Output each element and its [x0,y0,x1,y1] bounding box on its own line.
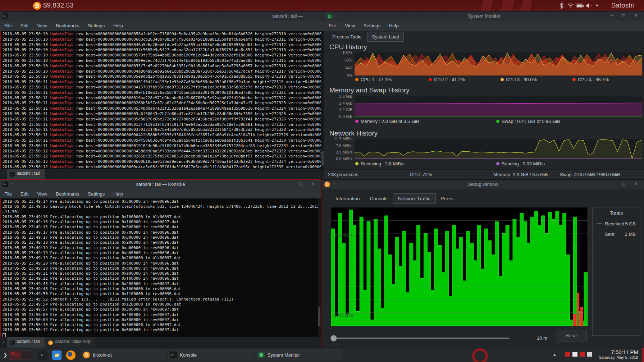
sysmon-titlebar[interactable]: ▤ ∷ System Monitor – ◻ ✕ [324,12,644,21]
sysmon-tab-process-table[interactable]: Process Table [328,32,366,41]
wallpaper-circle [472,348,488,362]
menu-item-settings[interactable]: Settings [83,189,109,197]
menu-item-file[interactable]: File [0,189,16,197]
debug-tab-console[interactable]: Console [365,194,393,203]
log-line: 2018-05-05 23:50:00 Pre-allocating up to… [3,312,321,317]
sysmon-statusbar: 208 processesCPU: 72%Memory: 2.3 GiB / 3… [324,169,644,180]
panel-expand-icon[interactable]: ❯ [1,350,10,360]
panel-edge-strip [642,348,644,362]
konsole2-terminal-output[interactable]: 2018-05-05 23:49:14 Pre-allocating up to… [0,198,321,338]
status-item: Swap: 418.0 MiB / 980.0 MiB [560,172,620,177]
konsole2-scrollbar[interactable] [318,198,321,337]
tray-display-icon[interactable] [565,352,570,357]
log-line: 2018-05-05 23:49:17 Pre-allocating up to… [3,235,321,240]
log-line: 2018-05-05 23:50:11 UpdateTip: new best=… [3,111,324,117]
tray-display-icon[interactable] [587,352,592,357]
log-line: 2018-05-05 23:50:11 UpdateTip: new best=… [3,117,324,122]
log-line: 2018-05-05 23:49:15 Leaving block file 9… [3,204,321,209]
pager-thumb [11,352,15,355]
debug-tab-peers[interactable]: Peers [436,194,458,203]
debug-tab-network-traffic[interactable]: Network Traffic [393,193,436,204]
sent-value: 2 MB [625,232,636,237]
menu-item-edit[interactable]: Edit [16,21,33,28]
tray-display-icon[interactable] [572,352,577,357]
log-line: 2018-05-05 23:50:10 UpdateTip: new best=… [3,74,324,79]
axis-tick: 3.9 MiB/s [327,150,352,154]
term1-scrollbar[interactable] [321,31,324,169]
legend-dot [572,78,576,81]
menu-item-view[interactable]: View [33,21,51,28]
user-menu[interactable]: Satoshi [611,1,634,9]
firefox-icon[interactable] [66,350,76,360]
bluetooth-icon[interactable] [559,3,564,10]
memory-history-graph [355,96,642,116]
debug-tab-information[interactable]: Information [330,194,365,203]
menu-item-help[interactable]: Help [109,21,127,28]
caret-down-icon[interactable]: ▼ [595,3,599,8]
volume-muted-icon[interactable] [585,3,593,10]
sysmon-tab-system-load[interactable]: System Load [367,32,404,42]
bitcoin-price: $9,832.53 [43,1,74,9]
konsole2-scrollbar-handle[interactable] [318,307,320,326]
term1-scrollbar-handle[interactable] [321,151,324,166]
file-manager-icon[interactable]: 📁 [52,350,61,360]
wifi-icon[interactable] [567,3,574,10]
konsole-icon: >_ [3,13,8,19]
task-button-konsole[interactable]: >_Konsole [168,349,254,361]
menu-item-view[interactable]: View [33,189,51,197]
menu-item-settings[interactable]: Settings [359,21,385,28]
log-line: 2018-05-05 23:50:10 UpdateTip: new best=… [3,53,324,58]
status-item: 208 processes [328,172,358,177]
log-line: 2018-05-05 23:50:11 UpdateTip: new best=… [3,79,324,85]
task-button-bitcoin-qt[interactable]: ₿bitcoin-qt [81,349,166,361]
legend-dot [429,78,432,81]
menu-item-bookmarks[interactable]: Bookmarks [51,21,83,28]
menu-item-help[interactable]: Help [109,189,127,197]
log-line: 2018-05-05 23:50:11 UpdateTip: new best=… [3,101,324,106]
log-line: 2018-05-05 23:50:12 UpdateTip: new best=… [3,149,324,154]
pager-desktop-1[interactable] [9,350,21,360]
task-button-system-monitor[interactable]: ▦System Monitor [255,349,342,361]
menu-item-bookmarks[interactable]: Bookmarks [51,189,83,197]
menu-item-edit[interactable]: Edit [16,189,33,197]
log-line: 2018-05-05 23:49:54 Pre-allocating up to… [3,302,321,307]
konsole2-titlebar[interactable]: >_ ∷ satoshi : tail — Konsole – ◻ ✕ [0,180,321,189]
log-line: 2018-05-05 23:50:11 UpdateTip: new best=… [3,85,324,90]
konsole-launcher-icon[interactable]: >_ [38,350,47,360]
axis-tick: 102% [327,50,352,55]
konsole-icon: >_ [10,340,15,345]
log-line: 2018-05-05 23:50:11 UpdateTip: new best=… [3,133,324,138]
sent-swatch [597,234,602,234]
log-line: 2018-05-05 23:50:10 UpdateTip: new best=… [3,69,324,74]
term1-terminal-output[interactable]: 2018-05-05 23:50:10 UpdateTip: new best=… [0,31,324,170]
log-line: 2018-05-05 23:49:46 Pre-allocating up to… [3,287,321,292]
term1-tabbar: ›>_satoshi : tail [0,169,324,180]
systray-expander-icon[interactable]: ▲ [553,352,557,357]
desktop: ₿ $9,832.53 ▼ Satoshi >_ ∷ satoshi : tai… [0,0,644,362]
term1-titlebar[interactable]: >_ ∷ satoshi : tail — [0,12,324,21]
traffic-range-slider-handle[interactable] [330,335,337,342]
log-line: 2018-05-05 23:49:19 Pre-allocating up to… [3,256,321,261]
window-debug: ₿ ∷ Debug window – ◻ ✕ InformationConsol… [322,180,644,348]
konsole2-window-buttons[interactable]: – ◻ ✕ [288,181,318,186]
log-line: 2018-05-05 23:49:16 Pre-allocating up to… [3,225,321,230]
reset-button[interactable]: Reset [557,330,587,342]
menu-item-view[interactable]: View [341,21,359,28]
menu-item-help[interactable]: Help [385,21,403,28]
axis-tick: 11.7 MiB/s [327,137,352,141]
menu-item-settings[interactable]: Settings [83,21,109,28]
traffic-range-slider[interactable] [333,338,510,339]
tray-display-icon[interactable] [580,352,585,357]
legend-item: Swap : 0.41 GiB of 0.96 GiB [496,119,560,124]
battery-icon[interactable] [576,3,584,10]
digital-clock[interactable]: 7:50:11 PM Saturday, May 5, 2018 [599,349,638,359]
debug-window-buttons[interactable]: – ◻ ✕ [611,181,641,186]
pager-desktop-2[interactable] [22,350,33,360]
menu-item-file[interactable]: File [0,21,16,28]
debug-title: Debug window [322,182,644,187]
debug-titlebar[interactable]: ₿ ∷ Debug window – ◻ ✕ [322,180,644,189]
menu-item-file[interactable]: File [324,21,341,28]
sysmon-window-buttons[interactable]: – ◻ ✕ [611,13,641,18]
clock-time: 7:50:11 PM [599,349,638,355]
axis-tick: 2.4 GiB [327,101,352,105]
